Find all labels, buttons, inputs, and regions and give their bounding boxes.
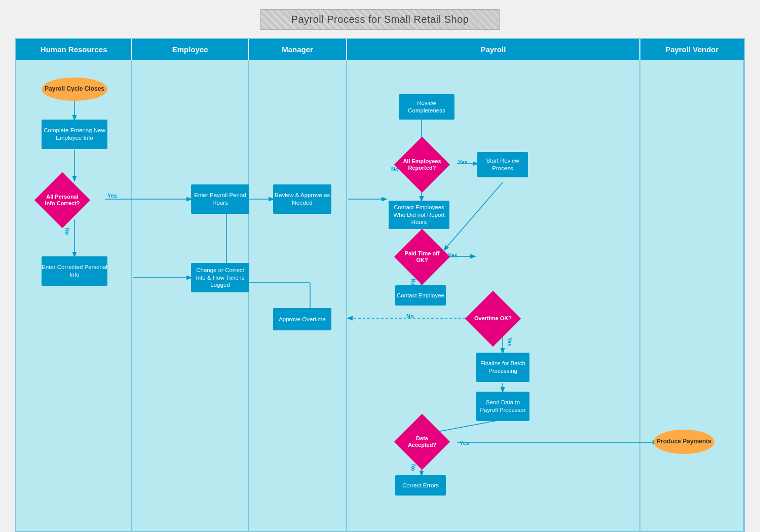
no-label-employees: No	[391, 166, 399, 172]
all-employees-reported: All Employees Reported?	[394, 137, 450, 193]
lane-header-hr: Human Resources	[16, 39, 132, 60]
correct-errors: Correct Errors	[395, 475, 446, 496]
send-data: Send Data to Payroll Processor	[476, 392, 529, 421]
lanes-body: Payroll Cycle Closes Complete Entering N…	[16, 60, 744, 531]
lane-emp	[132, 60, 248, 531]
yes-label-data: Yes	[460, 440, 469, 446]
no-label-pto: No	[410, 279, 416, 285]
all-personal-info-correct: All Personal Info Correct?	[34, 172, 90, 228]
lane-mgr	[249, 60, 347, 531]
change-correct-info: Change or Correct Info & How Time is Log…	[191, 263, 249, 292]
contact-employee: Contact Employee	[395, 285, 446, 306]
lane-pv	[640, 60, 744, 531]
title-banner: Payroll Process for Small Retail Shop	[260, 9, 500, 30]
produce-payments: Produce Payments	[654, 430, 714, 454]
paid-time-off: Paid Time off OK?	[394, 229, 450, 285]
lane-header-mgr: Manager	[249, 39, 347, 60]
yes-label-pto: Yes	[448, 252, 458, 258]
overtime-ok: Overtime OK?	[465, 291, 521, 347]
page-wrapper: Payroll Process for Small Retail Shop Hu…	[0, 0, 760, 532]
yes-label-personal: Yes	[107, 193, 117, 199]
lanes-header: Human Resources Employee Manager Payroll…	[16, 39, 744, 60]
yes-label-overtime: Yes	[507, 337, 512, 346]
finalize-batch: Finalize for Batch Processing	[476, 353, 529, 382]
enter-corrected-personal: Enter Corrected Personal Info	[42, 256, 107, 286]
lane-header-pv: Payroll Vendor	[640, 39, 744, 60]
review-completeness: Review Completeness	[399, 94, 454, 120]
no-label-overtime: No	[406, 313, 414, 319]
contact-employees: Contact Employees Who Did not Report Hou…	[389, 201, 449, 229]
data-accepted: Data Accepted?	[394, 414, 450, 470]
yes-label-employees: Yes	[458, 159, 468, 165]
lane-header-pay: Payroll	[347, 39, 640, 60]
lane-header-emp: Employee	[132, 39, 248, 60]
payroll-cycle-closes: Payroll Cycle Closes	[42, 78, 107, 101]
enter-payroll-hours: Enter Payroll Period Hours	[191, 184, 249, 214]
no-label-personal: No	[64, 228, 70, 235]
page-title: Payroll Process for Small Retail Shop	[291, 14, 469, 25]
approve-overtime: Approve Overtime	[273, 308, 331, 330]
no-label-data: No	[410, 464, 416, 471]
complete-entering: Complete Entering New Employee Info	[42, 120, 107, 149]
review-approve: Review & Approve as Needed	[273, 184, 331, 214]
diagram-outer: Human Resources Employee Manager Payroll…	[15, 38, 745, 532]
start-review: Start Review Process	[477, 152, 528, 177]
